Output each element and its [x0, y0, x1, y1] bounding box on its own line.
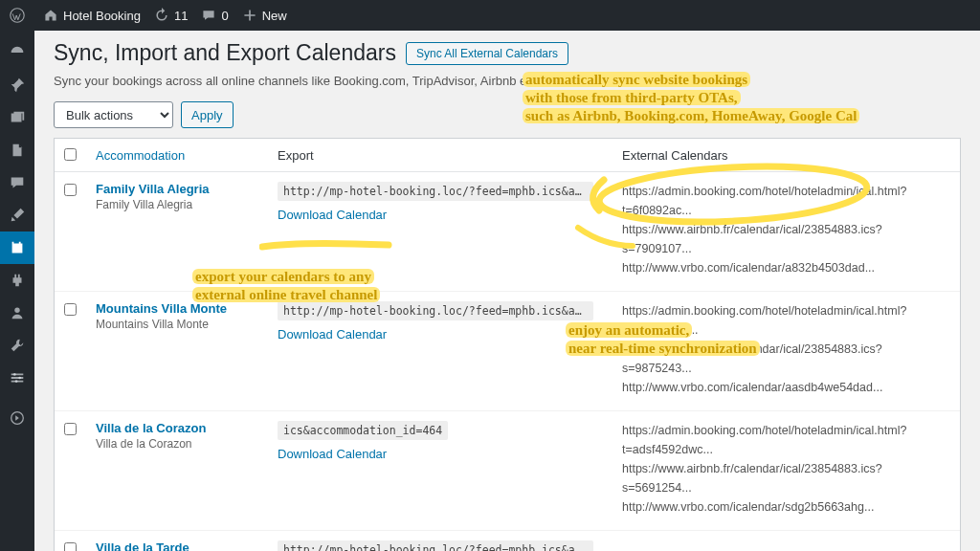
pin-icon [9, 77, 26, 94]
external-calendar-url: https://www.airbnb.fr/calendar/ical/2385… [622, 220, 950, 258]
accommodation-subtitle: Villa de la Corazon [96, 437, 258, 451]
new-label: New [262, 9, 287, 23]
admin-top-bar: Hotel Booking 11 0 New [0, 0, 980, 31]
external-calendar-url: http://www.vrbo.com/icalendar/sdg2b5663a… [622, 497, 950, 517]
user-icon [9, 304, 26, 321]
page-description: Sync your bookings across all online cha… [54, 74, 961, 88]
accommodation-cell: Family Villa AlegriaFamily Villa Alegria [86, 172, 268, 291]
sync-all-button[interactable]: Sync All External Calendars [406, 42, 568, 65]
site-name-link[interactable]: Hotel Booking [43, 8, 141, 23]
svg-point-1 [14, 308, 19, 313]
dashboard-icon [9, 44, 26, 61]
menu-comments[interactable] [0, 166, 34, 199]
updates-link[interactable]: 11 [154, 8, 188, 23]
external-calendar-url: https://www.airbnb.fr/calendar/ical/2385… [622, 340, 950, 378]
download-calendar-link[interactable]: Download Calendar [278, 447, 603, 461]
site-name-label: Hotel Booking [63, 9, 141, 23]
new-content-link[interactable]: New [242, 8, 287, 23]
col-export: Export [268, 139, 612, 172]
media-icon [9, 109, 26, 126]
menu-bookings[interactable] [0, 231, 34, 264]
menu-users[interactable] [0, 297, 34, 329]
no-external-dash: — [622, 544, 637, 551]
table-row: Mountains Villa MonteMountains Villa Mon… [55, 291, 960, 410]
page-title: Sync, Import and Export Calendars [54, 40, 396, 66]
external-calendars-cell: — [612, 530, 960, 551]
svg-point-0 [11, 9, 24, 22]
export-url[interactable]: http://mp-hotel-booking.loc/?feed=mphb.i… [278, 301, 593, 320]
select-all-header [55, 139, 86, 172]
table-row: Family Villa AlegriaFamily Villa Alegria… [55, 172, 960, 291]
tablenav-top: Bulk actions Apply [54, 101, 961, 128]
page-header: Sync, Import and Export Calendars Sync A… [54, 40, 961, 66]
external-calendar-url: http://www.vrbo.com/icalendar/a832b4503d… [622, 258, 950, 277]
row-checkbox[interactable] [64, 542, 77, 551]
admin-sidebar [0, 31, 34, 551]
external-calendars-cell: https://admin.booking.com/hotel/hoteladm… [612, 410, 960, 530]
svg-point-2 [13, 373, 16, 376]
download-calendar-link[interactable]: Download Calendar [278, 208, 603, 222]
brush-icon [9, 207, 26, 224]
plus-icon [242, 8, 257, 23]
comments-icon [9, 174, 26, 191]
external-calendars-cell: https://admin.booking.com/hotel/hoteladm… [612, 172, 960, 291]
row-checkbox[interactable] [64, 423, 77, 435]
accommodation-link[interactable]: Villa de la Tarde [96, 540, 258, 551]
col-accommodation[interactable]: Accommodation [86, 139, 268, 172]
col-external: External Calendars [612, 139, 960, 172]
menu-posts[interactable] [0, 69, 34, 101]
export-url[interactable]: ics&accommodation_id=464 [278, 421, 448, 440]
calendar-icon [9, 239, 26, 256]
wp-logo[interactable] [10, 8, 30, 23]
external-calendars-cell: https://admin.booking.com/hotel/hoteladm… [612, 291, 960, 410]
menu-appearance[interactable] [0, 199, 34, 231]
accommodation-link[interactable]: Mountains Villa Monte [96, 301, 258, 316]
pages-icon [9, 142, 26, 159]
row-checkbox-cell [55, 530, 86, 551]
table-row: Villa de la CorazonVilla de la Corazonic… [55, 410, 960, 530]
main-content: Sync, Import and Export Calendars Sync A… [34, 31, 980, 551]
bulk-actions-select[interactable]: Bulk actions [54, 101, 173, 128]
home-icon [43, 8, 58, 23]
menu-pages[interactable] [0, 134, 34, 166]
menu-settings[interactable] [0, 362, 34, 394]
row-checkbox[interactable] [64, 303, 77, 316]
select-all-checkbox[interactable] [64, 148, 77, 161]
apply-button[interactable]: Apply [181, 101, 234, 128]
accommodation-cell: Villa de la CorazonVilla de la Corazon [86, 410, 268, 530]
accommodation-subtitle: Family Villa Alegria [96, 198, 258, 211]
menu-plugins[interactable] [0, 264, 34, 297]
external-calendar-url: https://admin.booking.com/hotel/hoteladm… [622, 182, 950, 220]
comments-count: 0 [221, 9, 228, 23]
collapse-menu[interactable] [0, 402, 34, 434]
export-url[interactable]: http://mp-hotel-booking.loc/?feed=mphb.i… [278, 182, 593, 201]
external-calendar-url: http://www.vrbo.com/icalendar/aasdb4we54… [622, 378, 950, 397]
accommodation-cell: Mountains Villa MonteMountains Villa Mon… [86, 291, 268, 410]
export-cell: ics&accommodation_id=464Download Calenda… [268, 410, 612, 530]
menu-tools[interactable] [0, 329, 34, 362]
accommodation-link[interactable]: Villa de la Corazon [96, 421, 258, 435]
svg-point-4 [15, 380, 18, 383]
download-calendar-link[interactable]: Download Calendar [278, 327, 603, 342]
calendars-table: Accommodation Export External Calendars … [54, 138, 961, 551]
accommodation-subtitle: Mountains Villa Monte [96, 318, 258, 331]
external-calendar-url: https://www.airbnb.fr/calendar/ical/2385… [622, 459, 950, 497]
menu-media[interactable] [0, 101, 34, 134]
external-calendar-url: https://admin.booking.com/hotel/hoteladm… [622, 421, 950, 459]
export-cell: http://mp-hotel-booking.loc/?feed=mphb.i… [268, 291, 612, 410]
updates-count: 11 [174, 9, 188, 23]
external-calendar-url: https://admin.booking.com/hotel/hoteladm… [622, 301, 950, 340]
wrench-icon [9, 337, 26, 354]
accommodation-link[interactable]: Family Villa Alegria [96, 182, 258, 196]
menu-dashboard[interactable] [0, 36, 34, 69]
row-checkbox-cell [55, 172, 86, 291]
comments-link[interactable]: 0 [201, 8, 228, 23]
row-checkbox[interactable] [64, 184, 77, 196]
update-icon [154, 8, 169, 23]
collapse-icon [9, 409, 26, 427]
table-header-row: Accommodation Export External Calendars [55, 139, 960, 172]
svg-point-3 [18, 377, 21, 380]
accommodation-cell: Villa de la TardeVilla de la Tarde [86, 530, 268, 551]
export-url[interactable]: http://mp-hotel-booking.loc/?feed=mphb.i… [278, 540, 593, 551]
export-cell: http://mp-hotel-booking.loc/?feed=mphb.i… [268, 530, 612, 551]
